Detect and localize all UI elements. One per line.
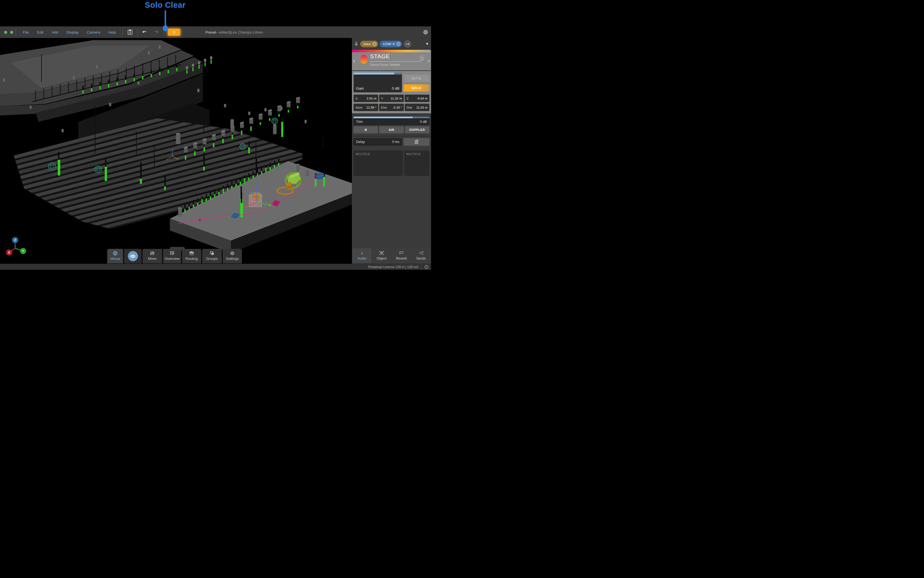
menubar-divider [122,28,123,36]
tab-overview[interactable]: Overview [163,249,181,263]
tab-sends[interactable]: Sends [412,248,431,263]
source-title: STAGE [370,53,390,60]
globe-icon [112,250,118,256]
status-dot-green [10,31,13,34]
title-underline [370,61,421,62]
mixer-icon [149,250,155,256]
panel-tab-label: Audio [357,257,366,260]
undo-button[interactable] [141,28,149,36]
gain-slider[interactable]: Gain 0 dB [353,73,402,93]
menu-help[interactable]: Help [104,29,120,36]
wireframe-sphere[interactable] [240,143,246,149]
venue-3d-viewport[interactable]: Z X Y [0,38,352,264]
eye-icon [128,251,138,261]
toolbar-label: Routing [186,257,198,261]
coord-z-field[interactable]: Z -0.64 m [405,94,430,102]
tag-close-icon[interactable]: × [372,42,377,46]
tab-reverb[interactable]: Reverb [392,248,411,263]
multiple-field-right[interactable]: MULTIPLE [404,150,430,176]
view-toolbar: Venue Mixer [107,249,242,263]
path-node-dot[interactable] [314,175,317,177]
doppler-button[interactable]: DOPPLER [405,126,430,133]
toolbar-label: Venue [110,257,120,261]
coord-dist-field[interactable]: Dist 11.63 m [405,104,430,111]
toolbar-label: Overview [165,257,180,261]
solo-clear-button[interactable]: S [168,29,180,36]
groups-icon [209,250,215,256]
tab-mixer[interactable]: Mixer [143,249,162,263]
sends-icon [418,250,424,256]
coord-label: Dist [407,106,412,109]
preset-name: Les Champs Libres [231,30,263,34]
settings-button-top[interactable] [422,26,429,38]
tab-groups[interactable]: Groups [202,249,222,263]
path-node-dot[interactable] [199,219,201,221]
save-button[interactable] [126,28,134,36]
menu-add[interactable]: Add [47,29,62,36]
venue-3d-scene[interactable]: Z X Y [0,38,352,264]
delay-field[interactable]: Delay 0 ms [353,138,402,146]
solo-button[interactable]: SOLO [404,84,430,92]
menu-file[interactable]: File [19,29,33,36]
tags-overflow-badge[interactable]: +4 [404,40,411,48]
phase-invert-button[interactable]: Ø [353,126,378,133]
wireframe-sphere[interactable] [49,162,56,170]
air-button[interactable]: AIR [379,126,404,133]
menu-display[interactable]: Display [62,29,83,36]
panel-tab-label: Sends [416,257,426,260]
tag-voice[interactable]: Voice × [360,41,378,47]
gain-position-section: Gain 0 dB MUTE SOLO X 2.61 m Y 11.32 m Z… [352,71,431,113]
reverb-icon [398,250,404,256]
tab-routing[interactable]: Routing [182,249,201,263]
undo-icon [142,29,148,35]
wireframe-sphere[interactable] [94,166,102,173]
source-color-swatch[interactable] [360,55,368,64]
prev-source-button[interactable]: ‹ [353,58,355,63]
redo-button[interactable] [152,28,160,36]
delay-unlink-button[interactable] [404,138,430,146]
coord-label: Z [407,97,409,100]
delay-value: 0 ms [392,140,399,144]
pin-icon[interactable] [354,42,358,47]
gain-slider-track [353,73,402,75]
info-icon[interactable] [424,265,429,269]
menu-items: File Edit Add Display Camera Help [19,29,120,36]
app-window: Solo Clear File Edit Add Display Camera … [0,0,431,270]
follow-view-button[interactable] [124,249,142,263]
delay-label: Delay [356,140,365,144]
axis-gizmo[interactable]: Z X Y [6,237,26,255]
wireframe-sphere[interactable] [272,118,278,124]
trim-slider[interactable]: Trim 0 dB [353,117,430,125]
panel-tabs: ♪ Audio Object [352,248,431,264]
processing-section: Trim 0 dB Ø AIR DOPPLER Delay 0 ms [352,113,431,248]
tab-audio[interactable]: ♪ Audio [352,248,371,263]
next-source-button[interactable]: › [428,58,430,63]
coord-azim-field[interactable]: Azim 12.98 ° [353,104,378,111]
tab-settings[interactable]: Settings [223,249,242,263]
source-tag-row: Voice × CONF R × +4 ▼ [352,38,431,50]
tab-object[interactable]: Object [372,248,391,263]
music-note-icon: ♪ [361,250,363,256]
tab-venue[interactable]: Venue [107,249,123,263]
coord-value: 11.63 m [416,106,428,109]
menu-edit[interactable]: Edit [33,29,47,36]
multiple-field-left[interactable]: MULTIPLE [353,150,403,176]
tag-conf-r[interactable]: CONF R × [380,41,402,47]
unlock-icon[interactable] [419,55,425,61]
coord-y-field[interactable]: Y 11.32 m [379,94,404,102]
toolbar-handle[interactable] [170,247,185,250]
preset-separator: | [230,30,231,34]
menubar-divider [16,28,16,36]
coord-elev-field[interactable]: Elev -3.18 ° [379,104,404,111]
coord-x-field[interactable]: X 2.61 m [353,94,378,102]
gear-icon [422,29,429,36]
coord-value: 12.98 ° [366,106,376,109]
mute-button[interactable]: MUTE [404,75,430,82]
annotation-solo-clear: Solo Clear [0,0,330,10]
toolbar-label: Settings [226,257,239,261]
panel-tab-label: Reverb [396,257,407,260]
tag-close-icon[interactable]: × [396,42,400,46]
chevron-down-icon[interactable]: ▼ [425,42,429,46]
menu-camera[interactable]: Camera [83,29,104,36]
routing-faders-icon [189,250,195,256]
